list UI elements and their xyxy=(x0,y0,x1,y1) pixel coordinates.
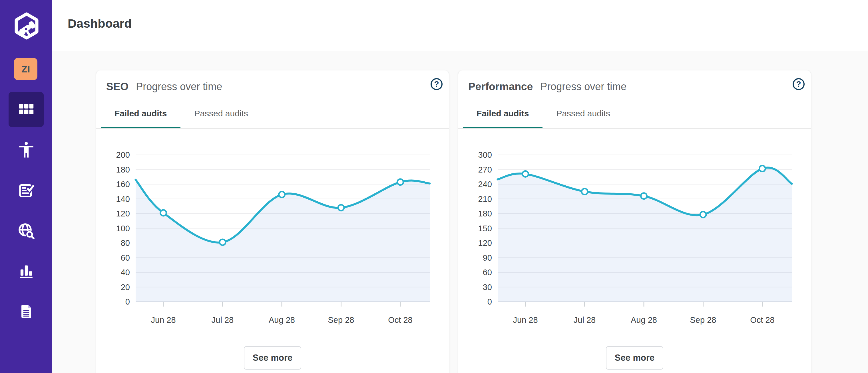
app-logo[interactable] xyxy=(13,12,40,40)
y-tick-label: 120 xyxy=(478,238,492,247)
data-point-marker xyxy=(523,171,528,177)
y-tick-label: 300 xyxy=(478,150,492,160)
data-point-marker xyxy=(279,192,285,198)
grid-icon xyxy=(17,100,36,119)
x-tick-label: Oct 28 xyxy=(750,315,774,325)
x-tick-label: Aug 28 xyxy=(631,315,657,325)
tab-failed-audits[interactable]: Failed audits xyxy=(101,98,181,129)
see-more-button[interactable]: See more xyxy=(606,346,663,370)
tab-bar: Failed audits Passed audits xyxy=(101,98,262,129)
y-tick-label: 120 xyxy=(116,209,130,218)
seo-progress-chart: 020406080100120140160180200Jun 28Jul 28A… xyxy=(96,143,449,331)
top-bar: Dashboard xyxy=(52,0,868,51)
y-tick-label: 90 xyxy=(483,253,492,262)
seo-card: SEO Progress over time ? Failed audits P… xyxy=(96,70,449,373)
see-more-button[interactable]: See more xyxy=(244,346,301,370)
sidebar-item-seo[interactable] xyxy=(8,213,44,248)
tab-failed-audits[interactable]: Failed audits xyxy=(463,98,542,129)
y-tick-label: 40 xyxy=(121,268,130,277)
y-tick-label: 180 xyxy=(116,165,130,174)
project-badge-label: ZI xyxy=(22,64,30,75)
document-icon xyxy=(18,303,35,320)
card-title: Performance xyxy=(468,81,533,93)
help-button[interactable]: ? xyxy=(793,78,805,90)
y-tick-label: 60 xyxy=(483,268,492,277)
y-tick-label: 240 xyxy=(478,180,492,189)
y-tick-label: 150 xyxy=(478,224,492,233)
sidebar-item-accessibility[interactable] xyxy=(8,132,44,167)
data-point-marker xyxy=(398,179,403,185)
tabs-divider xyxy=(96,128,449,129)
y-tick-label: 30 xyxy=(483,282,492,292)
data-point-marker xyxy=(582,189,588,195)
sidebar-item-dashboard[interactable] xyxy=(8,92,44,127)
sidebar-item-performance[interactable] xyxy=(8,253,44,288)
y-tick-label: 160 xyxy=(116,180,130,189)
checklist-check-icon xyxy=(18,181,35,199)
card-title: SEO xyxy=(106,81,128,93)
performance-card: Performance Progress over time ? Failed … xyxy=(458,70,811,373)
data-point-marker xyxy=(760,166,766,172)
card-title-row: Performance Progress over time xyxy=(468,81,626,93)
x-tick-label: Jun 28 xyxy=(151,315,176,325)
y-tick-label: 0 xyxy=(125,297,130,306)
x-tick-label: Sep 28 xyxy=(690,315,716,325)
x-tick-label: Aug 28 xyxy=(269,315,295,325)
card-subtitle: Progress over time xyxy=(136,81,222,93)
data-point-marker xyxy=(220,239,225,245)
x-tick-label: Jul 28 xyxy=(212,315,234,325)
tab-passed-audits[interactable]: Passed audits xyxy=(181,98,261,129)
telescope-hexagon-logo-icon xyxy=(13,12,40,40)
bar-chart-icon xyxy=(18,262,35,280)
x-tick-label: Jul 28 xyxy=(574,315,596,325)
card-subtitle: Progress over time xyxy=(540,81,626,93)
card-title-row: SEO Progress over time xyxy=(106,81,222,93)
sidebar-item-best-practices[interactable] xyxy=(8,173,44,208)
y-tick-label: 0 xyxy=(487,297,492,306)
series-area-fill xyxy=(498,168,792,302)
data-point-marker xyxy=(160,210,166,216)
y-tick-label: 180 xyxy=(478,209,492,218)
data-point-marker xyxy=(338,205,344,211)
x-tick-label: Oct 28 xyxy=(388,315,412,325)
x-tick-label: Sep 28 xyxy=(328,315,354,325)
tab-label: Failed audits xyxy=(476,109,529,118)
y-tick-label: 60 xyxy=(121,253,130,262)
help-icon: ? xyxy=(434,79,439,89)
tab-label: Passed audits xyxy=(556,109,610,118)
project-badge[interactable]: ZI xyxy=(14,58,37,80)
app-root: ZI xyxy=(0,0,868,373)
y-tick-label: 100 xyxy=(116,224,130,233)
y-tick-label: 80 xyxy=(121,238,130,247)
help-icon: ? xyxy=(796,79,801,89)
tab-passed-audits[interactable]: Passed audits xyxy=(542,98,624,129)
data-point-marker xyxy=(700,212,706,217)
y-tick-label: 20 xyxy=(121,282,130,292)
y-tick-label: 140 xyxy=(116,195,130,204)
help-button[interactable]: ? xyxy=(431,78,442,90)
x-tick-label: Jun 28 xyxy=(513,315,538,325)
page-title: Dashboard xyxy=(68,16,132,31)
performance-progress-chart: 0306090120150180210240270300Jun 28Jul 28… xyxy=(458,143,811,331)
y-tick-label: 210 xyxy=(478,195,492,204)
data-point-marker xyxy=(641,193,647,199)
sidebar-item-reports[interactable] xyxy=(8,294,44,329)
accessibility-icon xyxy=(17,140,36,159)
sidebar: ZI xyxy=(0,0,52,373)
globe-search-icon xyxy=(17,222,35,240)
tabs-divider xyxy=(458,128,811,129)
tab-label: Failed audits xyxy=(115,109,167,118)
tab-label: Passed audits xyxy=(194,109,248,118)
tab-bar: Failed audits Passed audits xyxy=(463,98,624,129)
y-tick-label: 270 xyxy=(478,165,492,174)
y-tick-label: 200 xyxy=(116,150,130,160)
